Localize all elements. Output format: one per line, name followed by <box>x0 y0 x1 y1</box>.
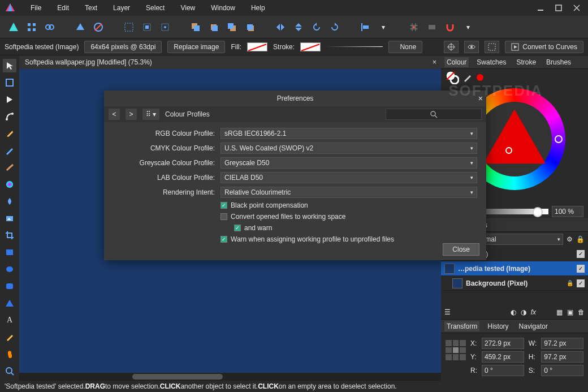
insert-shape-icon[interactable] <box>72 19 88 35</box>
replace-image-button[interactable]: Replace image <box>167 41 225 53</box>
opacity-value[interactable]: 100 % <box>552 206 583 217</box>
snap-guides-icon[interactable] <box>424 19 440 35</box>
transparency-tool[interactable] <box>3 195 16 208</box>
stroke-swatch[interactable] <box>300 42 321 51</box>
tab-swatches[interactable]: Swatches <box>474 57 508 67</box>
close-button[interactable] <box>570 2 583 14</box>
arrange-forward-icon[interactable] <box>224 19 240 35</box>
delete-layer-icon[interactable]: 🗑 <box>578 308 585 316</box>
menu-edit[interactable]: Edit <box>49 4 77 12</box>
flip-h-icon[interactable] <box>273 19 288 35</box>
hand-tool[interactable] <box>3 347 16 361</box>
fx-icon[interactable]: fx <box>531 308 536 316</box>
convert-curves-button[interactable]: Convert to Curves <box>505 41 583 53</box>
menu-text[interactable]: Text <box>77 4 105 12</box>
rectangle-tool[interactable] <box>3 245 16 259</box>
tab-colour[interactable]: Colour <box>444 57 469 67</box>
document-tab[interactable]: Softpedia wallpaper.jpg [Modified] (75.3… <box>19 55 441 69</box>
grid-icon[interactable] <box>24 19 40 35</box>
move-center-icon[interactable] <box>444 41 459 53</box>
prefs-back-button[interactable]: < <box>109 109 120 120</box>
text-tool[interactable]: A <box>3 313 16 327</box>
menu-layer[interactable]: Layer <box>105 4 138 12</box>
stroke-width-slider[interactable] <box>326 46 383 47</box>
place-image-tool[interactable] <box>3 212 16 225</box>
colour-picker-tool[interactable] <box>3 330 16 344</box>
arrange-backward-icon[interactable] <box>206 19 222 35</box>
minimize-button[interactable] <box>534 2 547 14</box>
rounded-rect-tool[interactable] <box>3 279 16 293</box>
layer-stack-icon[interactable]: ☰ <box>444 308 451 316</box>
triangle-tool[interactable] <box>3 296 16 310</box>
fill-tool[interactable] <box>3 178 16 191</box>
menu-file[interactable]: File <box>23 4 49 12</box>
artboard-tool[interactable] <box>3 76 16 89</box>
fill-stroke-wells[interactable] <box>446 71 459 84</box>
rotate-ccw-icon[interactable] <box>309 19 325 35</box>
menu-view[interactable]: View <box>172 4 203 12</box>
w-field[interactable]: 97.2 px <box>541 338 583 349</box>
maximize-button[interactable] <box>552 2 565 14</box>
crop-tool[interactable] <box>3 229 16 242</box>
rgb-profile-dropdown[interactable]: sRGB IEC61966-2.1 <box>220 128 477 139</box>
persona-designer-icon[interactable] <box>6 19 21 35</box>
arrange-front-icon[interactable] <box>242 19 258 35</box>
align-left-icon[interactable] <box>357 19 373 35</box>
warn-assign-checkbox[interactable] <box>220 236 227 243</box>
lock-icon[interactable]: 🔒 <box>576 235 585 243</box>
convert-checkbox[interactable] <box>220 213 227 220</box>
greyscale-profile-dropdown[interactable]: Greyscale D50 <box>220 157 477 169</box>
menu-select[interactable]: Select <box>138 4 172 12</box>
cmyk-profile-dropdown[interactable]: U.S. Web Coated (SWOP) v2 <box>220 143 477 154</box>
hide-selection-icon[interactable] <box>485 41 499 53</box>
move-tool[interactable] <box>3 59 16 72</box>
pen-tool[interactable] <box>3 127 16 140</box>
arrange-back-icon[interactable] <box>188 19 204 35</box>
document-tab-close[interactable]: × <box>433 58 436 66</box>
snap-magnet-icon[interactable] <box>442 19 458 35</box>
zoom-tool[interactable] <box>3 364 16 378</box>
layer-row[interactable]: Background (Pixel) 🔒 ✓ <box>441 276 588 291</box>
x-field[interactable]: 272.9 px <box>482 338 524 349</box>
eyedropper-icon[interactable] <box>462 72 473 83</box>
add-layer-icon[interactable]: ▦ <box>556 308 563 316</box>
bpc-checkbox[interactable] <box>220 202 227 209</box>
select-grid-icon[interactable] <box>121 19 137 35</box>
select-dot-icon[interactable] <box>157 19 173 35</box>
layer-visibility[interactable]: ✓ <box>577 279 585 287</box>
align-more-icon[interactable]: ▾ <box>375 19 391 35</box>
tab-transform[interactable]: Transform <box>444 321 479 331</box>
tab-history[interactable]: History <box>485 321 511 331</box>
dialog-close-button[interactable]: Close <box>443 243 479 256</box>
tab-stroke[interactable]: Stroke <box>514 57 538 67</box>
dialog-close-icon[interactable]: × <box>478 94 483 103</box>
select-box-icon[interactable] <box>139 19 155 35</box>
h-field[interactable]: 97.2 px <box>541 351 583 363</box>
ellipse-tool[interactable] <box>3 262 16 276</box>
prefs-grid-icon[interactable]: ⠿ ▾ <box>142 109 159 120</box>
menu-window[interactable]: Window <box>203 4 243 12</box>
r-field[interactable]: 0 ° <box>482 365 524 376</box>
layer-visibility[interactable]: ✓ <box>577 265 585 273</box>
link-icon[interactable] <box>42 19 58 35</box>
horizontal-scrollbar[interactable] <box>19 373 441 381</box>
fill-swatch[interactable] <box>247 42 267 51</box>
context-size[interactable]: 64x64 pixels @ 63dpi <box>84 41 162 53</box>
group-icon[interactable]: ▣ <box>567 308 573 316</box>
insert-target-icon[interactable] <box>90 19 106 35</box>
stroke-width-value[interactable]: None <box>388 41 422 53</box>
colour-picker-swatch[interactable] <box>476 74 484 81</box>
corner-tool[interactable] <box>3 110 16 123</box>
flip-v-icon[interactable] <box>291 19 306 35</box>
layer-visibility[interactable]: ✓ <box>577 250 585 258</box>
snap-grid-icon[interactable] <box>406 19 422 35</box>
rotate-cw-icon[interactable] <box>327 19 343 35</box>
menu-help[interactable]: Help <box>243 4 273 12</box>
layer-lock-icon[interactable]: 🔒 <box>567 280 573 286</box>
lab-profile-dropdown[interactable]: CIELAB D50 <box>220 172 477 183</box>
tab-brushes[interactable]: Brushes <box>544 57 573 67</box>
gear-icon[interactable]: ⚙ <box>567 235 573 243</box>
prefs-forward-button[interactable]: > <box>126 109 137 120</box>
pencil-tool[interactable] <box>3 144 16 157</box>
s-field[interactable]: 0 ° <box>541 365 583 376</box>
